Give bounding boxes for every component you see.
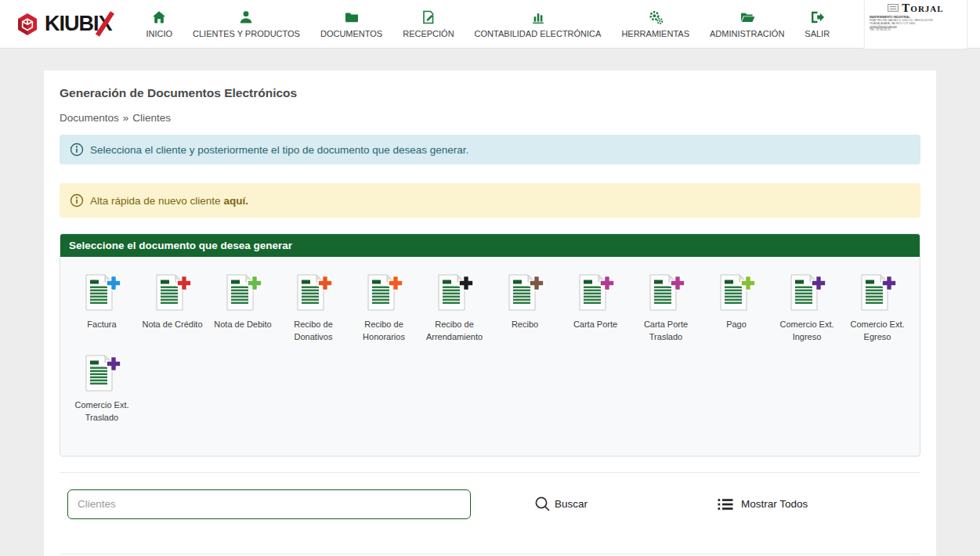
- doc-pencil-icon: [421, 9, 436, 25]
- doc-type-label: Recibo de Donativos: [278, 319, 349, 344]
- exit-icon: [809, 9, 825, 25]
- buscar-button[interactable]: Buscar: [533, 495, 588, 514]
- doc-type-label: Recibo de Honorarios: [349, 319, 419, 344]
- home-icon: [151, 9, 167, 25]
- breadcrumb-clientes: Clientes: [132, 112, 171, 124]
- list-icon: [717, 496, 734, 512]
- info-alert: Selecciona el cliente y posteriormente e…: [60, 135, 920, 164]
- doc-type-recibo-de-donativos[interactable]: Recibo de Donativos: [278, 274, 349, 344]
- doc-type-factura[interactable]: Factura: [67, 274, 137, 344]
- mostrar-todos-label: Mostrar Todos: [741, 498, 808, 510]
- breadcrumb: Documentos»Clientes: [60, 112, 920, 124]
- doc-type-recibo-de-arrendamiento[interactable]: Recibo de Arrendamiento: [419, 274, 490, 344]
- doc-type-label: Factura: [85, 319, 118, 331]
- torjal-address: MANTENIMIENTO INDUSTRIALFRAY FELIPE GALV…: [870, 16, 962, 31]
- breadcrumb-separator: »: [123, 112, 129, 124]
- nav-item-label: HERRAMIENTAS: [621, 29, 689, 38]
- breadcrumb-documentos[interactable]: Documentos: [60, 112, 119, 124]
- chart-icon: [530, 9, 546, 25]
- doc-type-carta-porte-traslado[interactable]: Carta Porte Traslado: [631, 274, 701, 344]
- doc-type-comercio-ext-traslado[interactable]: Comercio Ext. Traslado: [67, 355, 137, 424]
- doc-type-label: Carta Porte Traslado: [631, 319, 701, 344]
- torjal-name: Torjal: [902, 2, 943, 15]
- buscar-label: Buscar: [555, 498, 588, 510]
- nav-item-inicio[interactable]: INICIO: [136, 0, 183, 49]
- nav-item-label: SALIR: [805, 29, 830, 38]
- document-plus-icon: [645, 274, 687, 315]
- document-plus-icon: [222, 274, 264, 315]
- nav-item-label: CONTABILIDAD ELECTRÓNICA: [475, 29, 602, 38]
- document-plus-icon: [786, 274, 828, 315]
- nav-item-herramientas[interactable]: HERRAMIENTAS: [611, 0, 700, 49]
- nav-item-label: RECEPCIÓN: [403, 29, 454, 38]
- gears-icon: [648, 9, 664, 25]
- client-search-section: Buscar Mostrar Todos: [60, 473, 920, 538]
- nav-item-label: CLIENTES Y PRODUCTOS: [193, 29, 300, 38]
- torjal-partner-logo[interactable]: Torjal MANTENIMIENTO INDUSTRIALFRAY FELI…: [864, 0, 967, 49]
- quick-add-client-link[interactable]: aquí.: [223, 195, 248, 207]
- doc-type-recibo[interactable]: Recibo: [490, 274, 560, 344]
- folder-icon: [344, 9, 360, 25]
- document-plus-icon: [292, 274, 335, 315]
- doc-type-label: Comercio Ext. Ingreso: [772, 319, 842, 344]
- doc-type-label: Carta Porte: [572, 319, 619, 331]
- search-icon: [533, 495, 552, 514]
- doc-type-comercio-ext-egreso[interactable]: Comercio Ext. Egreso: [842, 274, 913, 344]
- doc-type-nota-de-cr-dito[interactable]: Nota de Crédito: [137, 274, 208, 344]
- main-content-card: Generación de Documentos Electrónicos Do…: [44, 70, 936, 556]
- nav-item-administracion[interactable]: ADMINISTRACIÓN: [700, 0, 794, 49]
- nav-item-recepcion[interactable]: RECEPCIÓN: [392, 0, 464, 49]
- document-plus-icon: [363, 274, 405, 315]
- person-icon: [238, 9, 254, 25]
- clientes-search-input[interactable]: [67, 489, 471, 519]
- nav-item-salir[interactable]: SALIR: [794, 0, 840, 49]
- kiubix-cube-icon: [16, 12, 39, 37]
- doc-type-label: Recibo de Arrendamiento: [419, 319, 490, 344]
- document-type-grid: Factura Nota de Crédito Nota de Debito R…: [60, 257, 920, 456]
- doc-type-comercio-ext-ingreso[interactable]: Comercio Ext. Ingreso: [772, 274, 842, 344]
- top-navigation-bar: KIUBIX INICIO CLIENTES Y PRODUCTOS DOCUM…: [0, 0, 980, 49]
- mostrar-todos-button[interactable]: Mostrar Todos: [717, 496, 808, 512]
- document-plus-icon: [715, 274, 758, 315]
- nav-item-label: ADMINISTRACIÓN: [710, 29, 784, 38]
- document-plus-icon: [81, 355, 123, 395]
- main-menu: INICIO CLIENTES Y PRODUCTOS DOCUMENTOS R…: [112, 0, 864, 49]
- page-title: Generación de Documentos Electrónicos: [60, 86, 920, 100]
- document-plus-icon: [81, 274, 123, 315]
- brand-name: KIUBIX: [45, 12, 112, 36]
- doc-type-label: Nota de Debito: [212, 319, 273, 331]
- document-plus-icon: [504, 274, 546, 315]
- folder-open-icon: [740, 9, 755, 25]
- nav-item-clientes-y-productos[interactable]: CLIENTES Y PRODUCTOS: [183, 0, 310, 49]
- document-type-panel: Seleccione el documento que desea genera…: [60, 233, 920, 457]
- document-plus-icon: [151, 274, 193, 315]
- doc-type-label: Pago: [725, 319, 748, 331]
- doc-type-label: Nota de Crédito: [140, 319, 204, 331]
- document-plus-icon: [574, 274, 617, 315]
- doc-type-label: Comercio Ext. Egreso: [842, 319, 913, 344]
- doc-type-carta-porte[interactable]: Carta Porte: [560, 274, 631, 344]
- warning-alert-text: Alta rápida de nuevo cliente aquí.: [90, 195, 248, 207]
- nav-item-contabilidad-electronica[interactable]: CONTABILIDAD ELECTRÓNICA: [465, 0, 612, 49]
- document-plus-icon: [433, 274, 476, 315]
- nav-item-label: INICIO: [146, 29, 172, 38]
- kiubix-logo[interactable]: KIUBIX: [16, 12, 112, 37]
- info-icon: [70, 143, 84, 157]
- nav-item-documentos[interactable]: DOCUMENTOS: [310, 0, 392, 49]
- panel-header: Seleccione el documento que desea genera…: [60, 234, 920, 257]
- info-icon: [70, 193, 84, 208]
- info-alert-text: Selecciona el cliente y posteriormente e…: [90, 144, 468, 156]
- doc-type-label: Comercio Ext. Traslado: [67, 399, 137, 424]
- doc-type-recibo-de-honorarios[interactable]: Recibo de Honorarios: [349, 274, 419, 344]
- doc-type-label: Recibo: [510, 319, 540, 331]
- doc-type-pago[interactable]: Pago: [701, 274, 772, 344]
- doc-type-nota-de-debito[interactable]: Nota de Debito: [208, 274, 278, 344]
- document-plus-icon: [856, 274, 899, 315]
- warning-alert: Alta rápida de nuevo cliente aquí.: [60, 183, 920, 218]
- torjal-mini-icon: [888, 4, 899, 12]
- nav-item-label: DOCUMENTOS: [320, 29, 382, 38]
